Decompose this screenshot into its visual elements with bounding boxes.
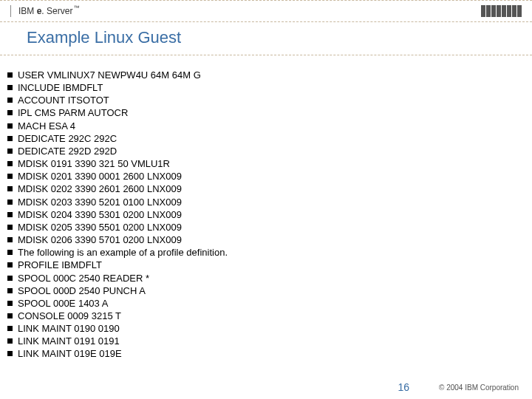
bullet-icon bbox=[7, 72, 13, 78]
list-item-text: SPOOL 000C 2540 READER * bbox=[18, 272, 149, 284]
list-item-text: CONSOLE 0009 3215 T bbox=[18, 310, 121, 322]
list-item: MDISK 0203 3390 5201 0100 LNX009 bbox=[7, 196, 525, 208]
bullet-icon bbox=[7, 338, 13, 344]
slide-title: Example Linux Guest bbox=[27, 28, 532, 47]
brand-text: IBM e. Server™ bbox=[18, 6, 78, 16]
bullet-icon bbox=[7, 85, 13, 90]
list-item-text: MDISK 0191 3390 321 50 VMLU1R bbox=[18, 157, 170, 170]
bullet-icon bbox=[7, 174, 13, 179]
list-item-text: PROFILE IBMDFLT bbox=[18, 259, 102, 271]
slide-footer: 16 © 2004 IBM Corporation bbox=[0, 381, 532, 393]
list-item: LINK MAINT 0190 0190 bbox=[7, 322, 525, 335]
list-item: LINK MAINT 0191 0191 bbox=[7, 335, 525, 347]
bullet-icon bbox=[7, 161, 13, 166]
list-item-text: USER VMLINUX7 NEWPW4U 64M 64M G bbox=[18, 69, 201, 81]
list-item: MDISK 0202 3390 2601 2600 LNX009 bbox=[7, 183, 525, 195]
list-item: IPL CMS PARM AUTOCR bbox=[7, 106, 525, 119]
trademark-icon: ™ bbox=[73, 4, 79, 11]
list-item: SPOOL 000E 1403 A bbox=[7, 297, 525, 310]
list-item: MDISK 0204 3390 5301 0200 LNX009 bbox=[7, 208, 525, 221]
list-item: DEDICATE 292D 292D bbox=[7, 145, 525, 157]
ibm-logo-icon bbox=[481, 5, 522, 17]
list-item: DEDICATE 292C 292C bbox=[7, 132, 525, 145]
bullet-icon bbox=[7, 276, 13, 281]
list-item: LINK MAINT 019E 019E bbox=[7, 347, 525, 360]
bullet-icon bbox=[7, 351, 13, 356]
bullet-icon bbox=[7, 110, 13, 115]
list-item-text: MDISK 0201 3390 0001 2600 LNX009 bbox=[18, 170, 182, 183]
bullet-icon bbox=[7, 98, 13, 103]
bullet-icon bbox=[7, 237, 13, 242]
bullet-icon bbox=[7, 212, 13, 217]
bullet-icon bbox=[7, 123, 13, 129]
title-section: Example Linux Guest bbox=[0, 22, 532, 55]
list-item: PROFILE IBMDFLT bbox=[7, 259, 525, 271]
list-item: The following is an example of a profile… bbox=[7, 246, 525, 259]
bullet-icon bbox=[7, 200, 13, 205]
header-divider bbox=[10, 5, 11, 17]
bullet-icon bbox=[7, 262, 13, 267]
slide-body: USER VMLINUX7 NEWPW4U 64M 64M GINCLUDE I… bbox=[0, 55, 532, 361]
bullet-icon bbox=[7, 301, 13, 306]
list-item-text: SPOOL 000E 1403 A bbox=[18, 297, 108, 310]
list-item-text: MDISK 0203 3390 5201 0100 LNX009 bbox=[18, 196, 182, 208]
list-item-text: MDISK 0206 3390 5701 0200 LNX009 bbox=[18, 233, 182, 246]
list-item: SPOOL 000D 2540 PUNCH A bbox=[7, 284, 525, 297]
bullet-icon bbox=[7, 186, 13, 191]
list-item-text: LINK MAINT 0190 0190 bbox=[18, 322, 120, 335]
list-item: INCLUDE IBMDFLT bbox=[7, 81, 525, 94]
list-item: CONSOLE 0009 3215 T bbox=[7, 310, 525, 322]
copyright: © 2004 IBM Corporation bbox=[439, 383, 519, 392]
bullet-icon bbox=[7, 225, 13, 230]
list-item-text: IPL CMS PARM AUTOCR bbox=[18, 106, 128, 119]
bullet-icon bbox=[7, 288, 13, 293]
page-number: 16 bbox=[398, 381, 439, 393]
bullet-icon bbox=[7, 250, 13, 255]
list-item: MDISK 0205 3390 5501 0200 LNX009 bbox=[7, 221, 525, 233]
list-item-text: LINK MAINT 0191 0191 bbox=[18, 335, 120, 347]
bullet-icon bbox=[7, 149, 13, 154]
list-item-text: The following is an example of a profile… bbox=[18, 246, 228, 259]
list-item: MACH ESA 4 bbox=[7, 120, 525, 132]
list-item: MDISK 0206 3390 5701 0200 LNX009 bbox=[7, 233, 525, 246]
list-item-text: DEDICATE 292C 292C bbox=[18, 132, 117, 145]
slide-header: IBM e. Server™ bbox=[0, 0, 532, 22]
list-item-text: ACCOUNT ITSOTOT bbox=[18, 94, 109, 106]
bullet-icon bbox=[7, 313, 13, 318]
bullet-icon bbox=[7, 136, 13, 141]
brand-prefix: IBM bbox=[18, 6, 37, 16]
list-item-text: MDISK 0204 3390 5301 0200 LNX009 bbox=[18, 208, 182, 221]
list-item: MDISK 0201 3390 0001 2600 LNX009 bbox=[7, 170, 525, 183]
bullet-icon bbox=[7, 326, 13, 331]
list-item: ACCOUNT ITSOTOT bbox=[7, 94, 525, 106]
list-item-text: MDISK 0205 3390 5501 0200 LNX009 bbox=[18, 221, 182, 233]
config-list: USER VMLINUX7 NEWPW4U 64M 64M GINCLUDE I… bbox=[7, 69, 525, 361]
list-item: USER VMLINUX7 NEWPW4U 64M 64M G bbox=[7, 69, 525, 81]
list-item-text: DEDICATE 292D 292D bbox=[18, 145, 117, 157]
list-item-text: LINK MAINT 019E 019E bbox=[18, 347, 122, 360]
list-item: SPOOL 000C 2540 READER * bbox=[7, 272, 525, 284]
list-item: MDISK 0191 3390 321 50 VMLU1R bbox=[7, 157, 525, 170]
list-item-text: MACH ESA 4 bbox=[18, 120, 75, 132]
list-item-text: SPOOL 000D 2540 PUNCH A bbox=[18, 284, 146, 297]
list-item-text: MDISK 0202 3390 2601 2600 LNX009 bbox=[18, 183, 182, 195]
list-item-text: INCLUDE IBMDFLT bbox=[18, 81, 103, 94]
brand-suffix: . Server bbox=[41, 6, 72, 16]
